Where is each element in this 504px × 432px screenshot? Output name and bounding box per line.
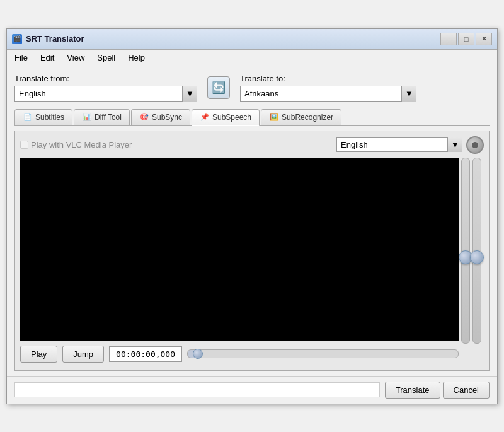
subrecognizer-icon: 🖼️	[269, 113, 279, 122]
tab-subtitles-label: Subtitles	[35, 113, 64, 122]
maximize-button[interactable]: □	[458, 33, 474, 45]
translate-from-label: Translate from:	[14, 74, 197, 83]
close-button[interactable]: ✕	[476, 33, 492, 45]
lang-dropdown-container: English French German ▼	[336, 137, 462, 152]
video-player[interactable]	[20, 158, 459, 341]
vlc-checkbox-label[interactable]: Play with VLC Media Player	[20, 140, 132, 149]
language-select-row: English French German ▼	[336, 136, 484, 154]
minimize-button[interactable]: —	[440, 33, 457, 45]
tab-subsync-label: SubSync	[152, 113, 182, 122]
translate-button[interactable]: Translate	[385, 382, 440, 399]
speed-slider-track	[472, 158, 481, 344]
title-bar: 🎬 SRT Translator — □ ✕	[7, 29, 497, 50]
video-section: Play Jump 00:00:00,000	[20, 158, 459, 365]
vlc-checkbox[interactable]	[20, 141, 28, 149]
translate-from-dropdown[interactable]: English French German Spanish	[14, 86, 197, 102]
jump-button[interactable]: Jump	[62, 346, 104, 363]
menu-edit[interactable]: Edit	[38, 52, 57, 64]
title-bar-left: 🎬 SRT Translator	[12, 34, 84, 44]
cancel-button[interactable]: Cancel	[443, 382, 490, 399]
time-display: 00:00:00,000	[109, 346, 182, 362]
seek-slider[interactable]	[187, 349, 459, 358]
subtitles-icon: 📄	[23, 113, 33, 122]
menu-bar: File Edit View Spell Help	[7, 50, 497, 66]
record-button[interactable]	[466, 136, 484, 154]
menu-help[interactable]: Help	[125, 52, 147, 64]
panel-top-row: Play with VLC Media Player English Frenc…	[20, 136, 484, 154]
translate-to-dropdown[interactable]: English Afrikaans French German	[240, 86, 416, 102]
record-icon	[472, 142, 478, 148]
sliders-section	[461, 158, 484, 365]
play-button[interactable]: Play	[20, 346, 57, 363]
translate-from-container: English French German Spanish ▼	[14, 86, 197, 102]
speed-slider-thumb[interactable]	[470, 250, 484, 264]
subsync-icon: 🎯	[139, 113, 149, 122]
status-bar	[14, 382, 380, 397]
window-controls: — □ ✕	[440, 33, 492, 45]
tab-bar: 📄 Subtitles 📊 Diff Tool 🎯 SubSync 📌 SubS…	[14, 109, 490, 126]
video-and-sliders: Play Jump 00:00:00,000	[20, 158, 484, 365]
action-buttons: Translate Cancel	[385, 382, 490, 399]
translate-to-container: English Afrikaans French German ▼	[240, 86, 416, 102]
menu-view[interactable]: View	[64, 52, 87, 64]
tab-panel: Play with VLC Media Player English Frenc…	[14, 131, 490, 371]
controls-row: Play Jump 00:00:00,000	[20, 343, 459, 365]
language-dropdown[interactable]: English French German	[336, 137, 462, 152]
menu-spell[interactable]: Spell	[94, 52, 118, 64]
app-icon: 🎬	[12, 34, 22, 44]
window-title: SRT Translator	[26, 34, 84, 44]
tab-difftool[interactable]: 📊 Diff Tool	[74, 109, 130, 125]
tab-subspeech-label: SubSpeech	[212, 113, 251, 122]
tab-subrecognizer-label: SubRecognizer	[282, 113, 333, 122]
vlc-label-text: Play with VLC Media Player	[31, 140, 132, 149]
translate-from-group: Translate from: English French German Sp…	[14, 74, 197, 102]
bottom-bar: Translate Cancel	[7, 376, 497, 404]
tab-subrecognizer[interactable]: 🖼️ SubRecognizer	[261, 109, 341, 125]
menu-file[interactable]: File	[12, 52, 30, 64]
swap-button[interactable]: 🔄	[207, 76, 230, 99]
tab-subsync[interactable]: 🎯 SubSync	[131, 109, 190, 125]
tab-difftool-label: Diff Tool	[94, 113, 122, 122]
difftool-icon: 📊	[82, 113, 92, 122]
tab-subtitles[interactable]: 📄 Subtitles	[14, 109, 72, 125]
translate-to-label: Translate to:	[240, 74, 416, 83]
translate-to-group: Translate to: English Afrikaans French G…	[240, 74, 416, 102]
content-area: Translate from: English French German Sp…	[7, 66, 497, 376]
translate-row: Translate from: English French German Sp…	[14, 74, 490, 102]
subspeech-icon: 📌	[200, 113, 210, 122]
tab-subspeech[interactable]: 📌 SubSpeech	[192, 109, 260, 126]
app-window: 🎬 SRT Translator — □ ✕ File Edit View Sp…	[6, 28, 498, 404]
swap-icon: 🔄	[212, 81, 226, 95]
volume-slider-track	[461, 158, 470, 344]
